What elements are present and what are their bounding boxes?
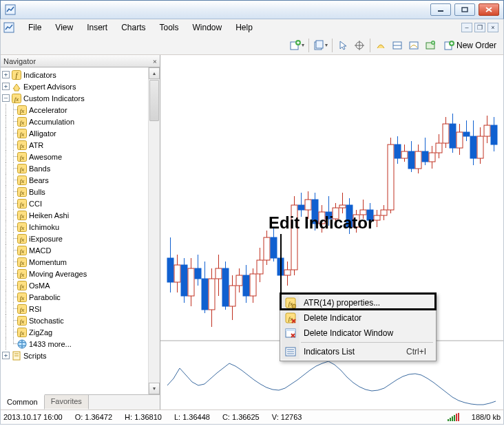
- cm-properties[interactable]: fx ATR(14) properties...: [282, 295, 434, 310]
- object-button[interactable]: [390, 38, 405, 53]
- app-icon: [5, 4, 16, 15]
- svg-rect-93: [257, 260, 263, 274]
- status-v: V: 12763: [272, 413, 302, 421]
- menu-insert[interactable]: Insert: [80, 20, 114, 35]
- menu-window[interactable]: Window: [186, 20, 229, 35]
- tree-item[interactable]: fxRSI: [2, 303, 160, 315]
- new-order-button[interactable]: New Order: [439, 38, 501, 53]
- navigator-panel: Navigator × +fIndicators+Expert Advisors…: [1, 55, 160, 409]
- svg-rect-149: [450, 124, 456, 148]
- fx-icon: fx: [17, 164, 27, 173]
- tree-item[interactable]: fxCCI: [2, 198, 160, 209]
- scroll-up-icon[interactable]: ▴: [149, 67, 160, 79]
- indicator-button[interactable]: [406, 38, 421, 53]
- toolbar: ▾ ▾ New Order: [0, 36, 504, 55]
- shapes-button[interactable]: [373, 38, 388, 53]
- navigator-close-icon[interactable]: ×: [153, 57, 157, 65]
- svg-rect-107: [305, 200, 311, 210]
- fx-icon: fx: [17, 105, 27, 115]
- cm-indicators-list[interactable]: Indicators List Ctrl+I: [282, 344, 434, 359]
- svg-rect-169: [286, 329, 295, 331]
- svg-rect-145: [436, 143, 442, 153]
- fx-icon: fx: [17, 222, 27, 232]
- svg-rect-2: [462, 8, 468, 12]
- window-minimize-button[interactable]: [430, 3, 451, 16]
- svg-text:fx: fx: [20, 154, 25, 161]
- svg-rect-159: [484, 125, 490, 136]
- fx-icon: fx: [17, 269, 27, 279]
- scroll-down-icon[interactable]: ▾: [149, 383, 160, 394]
- svg-rect-105: [298, 205, 304, 210]
- profiles-button[interactable]: ▾: [312, 38, 329, 53]
- menu-view[interactable]: View: [48, 20, 80, 35]
- tree-item[interactable]: fxBands: [2, 162, 160, 174]
- tree-item[interactable]: fxAlligator: [2, 127, 160, 139]
- mdi-close-button[interactable]: ×: [487, 23, 498, 32]
- menu-tools[interactable]: Tools: [153, 20, 186, 35]
- tree-item[interactable]: fxHeiken Ashi: [2, 209, 160, 221]
- cursor-button[interactable]: [335, 38, 350, 53]
- tree-expert-advisors[interactable]: +Expert Advisors: [2, 81, 160, 92]
- window-titlebar: [0, 0, 504, 19]
- delete-fx-icon: fx: [285, 312, 296, 323]
- tree-item[interactable]: fxZigZag: [2, 326, 160, 338]
- tree-item[interactable]: fxBulls: [2, 186, 160, 198]
- status-l: L: 1.36448: [174, 413, 210, 421]
- tree-item[interactable]: fxBears: [2, 174, 160, 186]
- svg-text:fx: fx: [20, 107, 25, 114]
- fx-icon: fx: [17, 117, 27, 127]
- menu-file[interactable]: File: [21, 20, 48, 35]
- tree-scrollbar[interactable]: ▴ ▾: [148, 67, 160, 394]
- cm-delete-window[interactable]: Delete Indicator Window: [282, 326, 434, 341]
- tree-item[interactable]: fxAwesome: [2, 151, 160, 162]
- tree-indicators[interactable]: +fIndicators: [2, 69, 160, 81]
- svg-rect-73: [188, 268, 194, 296]
- tree-item[interactable]: fxAccumulation: [2, 116, 160, 127]
- svg-text:fx: fx: [20, 224, 25, 231]
- tree-item[interactable]: fxParabolic: [2, 291, 160, 303]
- status-datetime: 2013.10.17 16:00: [3, 413, 63, 421]
- fx-icon: fx: [17, 246, 27, 255]
- svg-rect-157: [477, 136, 483, 158]
- mdi-icon: [3, 22, 14, 33]
- svg-text:fx: fx: [20, 306, 25, 313]
- tree-item[interactable]: fxMomentum: [2, 256, 160, 268]
- fx-icon: fx: [17, 316, 27, 326]
- svg-rect-67: [167, 258, 174, 282]
- svg-text:fx: fx: [20, 131, 25, 138]
- ea-button[interactable]: [423, 38, 438, 53]
- svg-text:fx: fx: [20, 271, 25, 278]
- svg-rect-101: [284, 270, 291, 275]
- svg-point-165: [292, 304, 296, 308]
- tree-item[interactable]: fxMACD: [2, 244, 160, 256]
- scroll-thumb[interactable]: [149, 80, 159, 121]
- new-chart-button[interactable]: ▾: [288, 38, 306, 53]
- tab-favorites[interactable]: Favorites: [45, 394, 89, 409]
- tree-scripts[interactable]: +Scripts: [2, 350, 160, 361]
- mdi-restore-button[interactable]: ❐: [474, 23, 485, 32]
- fx-icon: fx: [17, 140, 27, 150]
- svg-rect-139: [415, 151, 421, 169]
- tree-more[interactable]: 1433 more...: [2, 338, 160, 350]
- crosshair-button[interactable]: [352, 38, 367, 53]
- window-close-button[interactable]: [479, 3, 499, 16]
- tree-item[interactable]: fxiExposure: [2, 233, 160, 244]
- tree-item[interactable]: fxOsMA: [2, 279, 160, 291]
- tree-item[interactable]: fxMoving Averages: [2, 268, 160, 279]
- globe-icon: [17, 339, 27, 349]
- window-maximize-button[interactable]: [454, 3, 475, 16]
- svg-rect-95: [264, 237, 270, 260]
- svg-rect-117: [339, 205, 346, 208]
- status-o: O: 1.36472: [75, 413, 112, 421]
- tab-common[interactable]: Common: [1, 394, 45, 409]
- tree-custom-indicators[interactable]: –fxCustom Indicators: [2, 92, 160, 104]
- tree-item[interactable]: fxAccelerator: [2, 104, 160, 116]
- menu-bar: File View Insert Charts Tools Window Hel…: [0, 19, 504, 36]
- menu-help[interactable]: Help: [229, 20, 260, 35]
- cm-delete-indicator[interactable]: fx Delete Indicator: [282, 310, 434, 326]
- tree-item[interactable]: fxATR: [2, 139, 160, 151]
- menu-charts[interactable]: Charts: [114, 20, 152, 35]
- mdi-minimize-button[interactable]: –: [461, 23, 472, 32]
- tree-item[interactable]: fxIchimoku: [2, 221, 160, 233]
- tree-item[interactable]: fxStochastic: [2, 315, 160, 326]
